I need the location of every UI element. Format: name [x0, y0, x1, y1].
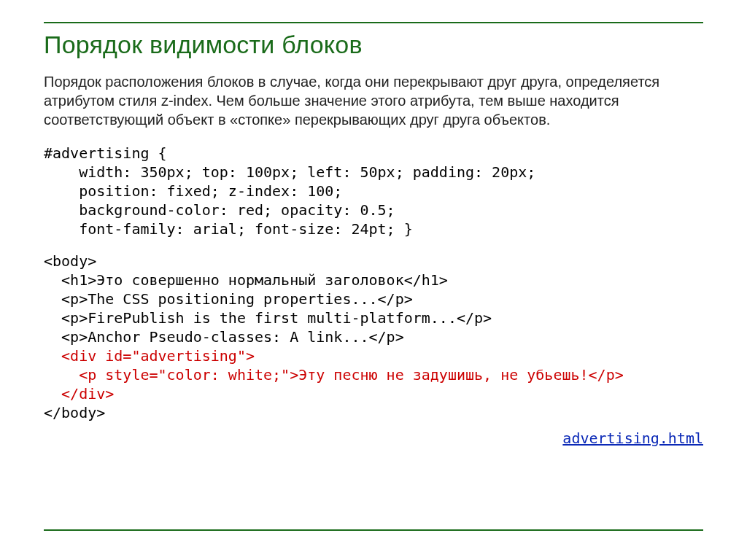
example-link[interactable]: advertising.html	[562, 429, 703, 447]
css-code-block: #advertising { width: 350px; top: 100px;…	[44, 144, 703, 238]
code-line: </body>	[44, 404, 105, 421]
code-line: <h1>Это совершенно нормальный заголовок<…	[44, 271, 448, 289]
slide-title: Порядок видимости блоков	[44, 31, 703, 59]
code-line: <p>The CSS positioning properties...</p>	[44, 290, 413, 308]
code-line-highlight: <div id="advertising">	[44, 347, 255, 365]
code-line: <body>	[44, 252, 96, 270]
html-code-block: <body> <h1>Это совершенно нормальный заг…	[44, 252, 703, 422]
top-rule	[44, 22, 703, 23]
slide-frame: Порядок видимости блоков Порядок располо…	[0, 0, 747, 560]
code-line: <p>FirePublish is the first multi-platfo…	[44, 309, 492, 327]
code-line: <p>Anchor Pseudo-classes: A link...</p>	[44, 328, 404, 346]
code-line-highlight: <p style="color: white;">Эту песню не за…	[44, 366, 624, 384]
code-line-highlight: </div>	[44, 385, 114, 402]
link-row: advertising.html	[44, 429, 703, 447]
intro-paragraph: Порядок расположения блоков в случае, ко…	[44, 72, 703, 129]
bottom-rule	[44, 529, 703, 531]
